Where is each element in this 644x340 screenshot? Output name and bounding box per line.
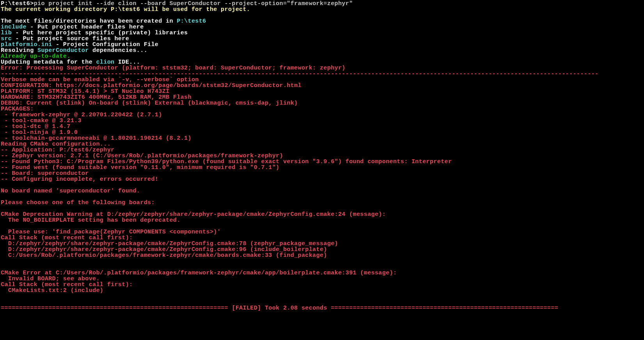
- failed-eq-left: ========================================…: [1, 305, 232, 312]
- cwd-prefix: The current working directory: [1, 6, 111, 13]
- failed-label: [FAILED] Took 2.08 seconds: [232, 305, 327, 312]
- cwd-suffix: will be used for the project.: [140, 6, 250, 13]
- no-board-found: No board named 'superconductor' found.: [1, 188, 140, 194]
- failed-eq-right: ========================================…: [327, 305, 558, 312]
- cmake-line: -- Configuring incomplete, errors occurr…: [1, 176, 158, 183]
- cmake-dep-warn: The NO_BOILERPLATE setting has been depr…: [1, 217, 181, 224]
- call-stack-line: CMakeLists.txt:2 (include): [1, 287, 103, 294]
- call-stack-line: C:/Users/Rob/.platformio/packages/framew…: [1, 252, 327, 259]
- choose-board: Please choose one of the following board…: [1, 199, 155, 206]
- created-intro-path: P:\test6: [177, 18, 206, 25]
- resolving-suffix: dependencies...: [89, 47, 147, 54]
- debug-line: DEBUG: Current (stlink) On-board (stlink…: [1, 100, 298, 107]
- cwd-path: P:\test6: [111, 6, 140, 13]
- terminal-output[interactable]: P:\test6>pio project init --ide clion --…: [0, 0, 644, 311]
